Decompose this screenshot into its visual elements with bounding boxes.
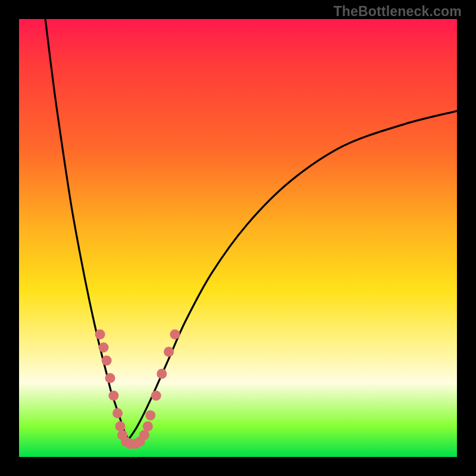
marker-dot (139, 430, 149, 440)
marker-dot (108, 390, 118, 400)
marker-dot (143, 421, 153, 431)
marker-dot (170, 329, 180, 339)
plot-area (19, 19, 457, 457)
curve-left-branch (45, 19, 129, 440)
marker-dot (156, 369, 167, 379)
marker-dot (145, 411, 155, 421)
marker-dot (105, 373, 115, 383)
marker-dot (102, 356, 112, 366)
marker-dot (151, 390, 161, 400)
marker-dot (164, 347, 174, 357)
curve-right-branch (129, 111, 457, 440)
marker-dot (99, 343, 109, 353)
marker-dot (112, 408, 123, 418)
marker-dot (95, 329, 105, 339)
marker-dots (95, 329, 180, 449)
chart-svg (19, 19, 457, 457)
chart-frame: TheBottleneck.com (0, 0, 476, 476)
marker-dot (115, 421, 126, 431)
site-watermark: TheBottleneck.com (333, 4, 462, 20)
